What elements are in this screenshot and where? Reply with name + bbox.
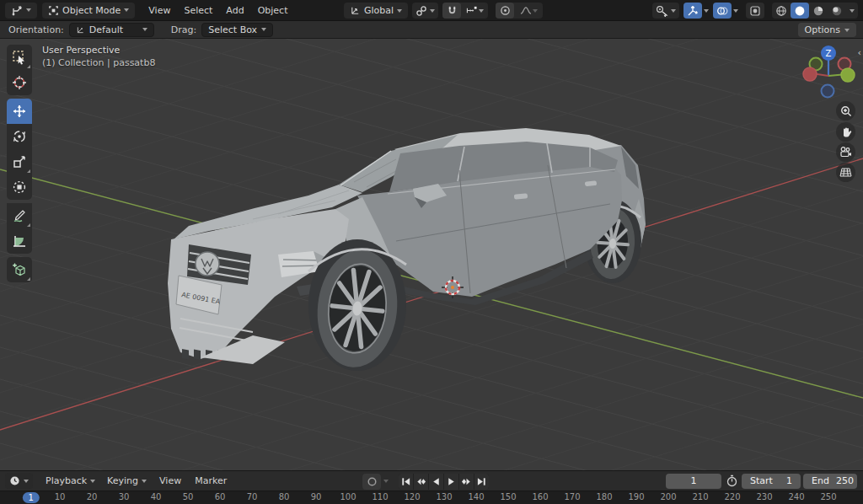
chevron-down-icon[interactable] (733, 9, 738, 13)
gizmo-z-label: Z (826, 49, 832, 58)
current-frame-indicator[interactable]: 1 (23, 492, 40, 503)
tool-orientation-dropdown[interactable]: Default (69, 23, 154, 37)
pivot-point-selector[interactable] (412, 3, 438, 19)
tool-transform[interactable] (7, 174, 32, 200)
next-keyframe-button[interactable] (459, 474, 474, 490)
tool-orientation-value: Default (89, 24, 138, 35)
toggle-perspective-button[interactable] (836, 163, 855, 182)
measure-tool-icon (12, 233, 27, 249)
end-frame-field[interactable]: End 250 (803, 474, 857, 489)
gizmo-y-pos-axis[interactable] (841, 68, 855, 82)
ruler-frame-label: 90 (311, 492, 322, 501)
select-box-icon (12, 50, 27, 65)
auto-keying-toggle[interactable] (362, 474, 381, 490)
menu-object[interactable]: Object (251, 3, 295, 19)
shading-rendered-button[interactable] (828, 3, 846, 19)
ruler-frame-label: 180 (596, 492, 612, 501)
ruler-frame-label: 20 (87, 492, 98, 501)
drag-mode-dropdown[interactable]: Select Box (201, 23, 273, 37)
ruler-frame-label: 60 (215, 492, 226, 501)
gizmo-x-neg-axis[interactable] (803, 67, 817, 81)
jump-to-end-button[interactable] (474, 474, 489, 490)
ruler-frame-label: 240 (788, 492, 804, 501)
proportional-falloff-selector[interactable] (514, 3, 543, 19)
car-model[interactable]: AE 0091 EA (168, 128, 646, 372)
prev-keyframe-button[interactable] (414, 474, 428, 490)
move-tool-icon (12, 104, 27, 119)
shading-dropdown[interactable] (846, 3, 858, 19)
ruler-frame-label: 210 (692, 492, 708, 501)
keying-menu[interactable]: Keying (101, 473, 153, 489)
snap-target-selector[interactable] (461, 3, 488, 19)
show-gizmo-toggle[interactable] (683, 3, 702, 19)
pan-button[interactable] (836, 122, 855, 142)
ruler-frame-label: 70 (247, 492, 258, 501)
shading-wireframe-button[interactable] (772, 3, 791, 19)
viewport-3d[interactable]: AE 0091 EA (0, 39, 863, 470)
tool-measure[interactable] (7, 228, 32, 254)
shading-material-button[interactable] (809, 3, 828, 19)
transform-orientation-selector[interactable]: Global (344, 3, 408, 19)
sidebar-toggle-arrow[interactable]: ‹ (858, 47, 861, 58)
timeline-view-menu[interactable]: View (153, 473, 188, 489)
timeline-editor-type-button[interactable] (5, 473, 33, 489)
zoom-button[interactable] (836, 101, 855, 121)
tool-add-cube[interactable] (7, 257, 32, 282)
tool-cursor[interactable] (7, 70, 32, 95)
start-label: Start (750, 475, 773, 486)
ruler-frame-label: 110 (372, 492, 388, 501)
menu-select[interactable]: Select (177, 3, 219, 19)
jump-to-start-button[interactable] (399, 474, 413, 490)
play-reverse-icon (431, 476, 442, 487)
tool-rotate[interactable] (7, 124, 32, 149)
chevron-down-icon (671, 9, 676, 13)
ruler-frame-label: 10 (55, 492, 66, 501)
ruler-frame-label: 40 (151, 492, 162, 501)
chevron-down-icon[interactable] (704, 9, 709, 13)
drag-label: Drag: (171, 24, 196, 35)
gizmo-icon (687, 5, 699, 17)
chevron-down-icon (142, 28, 147, 31)
timeline-ruler[interactable]: 1 10203040506070809010011012013014015016… (0, 491, 863, 504)
object-type-visibility-button[interactable] (652, 3, 679, 19)
options-button[interactable]: Options (798, 23, 856, 37)
proportional-editing-toggle[interactable] (496, 3, 514, 19)
chevron-down-icon[interactable] (383, 480, 389, 483)
menu-view[interactable]: View (142, 3, 177, 19)
orientation-axes-icon (350, 5, 361, 16)
play-button[interactable] (444, 474, 458, 490)
xray-toggle[interactable] (746, 3, 764, 19)
editor-type-button[interactable] (5, 3, 37, 19)
ruler-frame-label: 140 (468, 492, 484, 501)
current-frame-field[interactable]: 1 (666, 474, 721, 489)
tool-select-box[interactable] (7, 45, 32, 70)
show-overlays-toggle[interactable] (713, 3, 732, 19)
play-reverse-button[interactable] (429, 474, 443, 490)
hand-icon (840, 126, 852, 138)
menu-add[interactable]: Add (219, 3, 250, 19)
start-value: 1 (786, 475, 792, 486)
solid-shading-icon (794, 5, 806, 17)
mode-label: Object Mode (62, 5, 121, 16)
tool-annotate[interactable] (7, 203, 32, 228)
mode-selector[interactable]: Object Mode (42, 3, 135, 19)
camera-view-button[interactable] (836, 142, 855, 162)
shading-solid-button[interactable] (791, 3, 809, 19)
playback-menu[interactable]: Playback (40, 473, 101, 489)
orbit-gizmo[interactable]: Z (799, 42, 858, 105)
timeline-marker-menu[interactable]: Marker (188, 473, 233, 489)
overlays-icon (716, 5, 728, 17)
snap-increment-icon (465, 5, 479, 16)
timeline-header: Playback Keying View Marker (0, 470, 863, 491)
viewport-header-bar: Object Mode View Select Add Object Globa… (0, 0, 863, 21)
add-cube-icon (12, 262, 27, 277)
ruler-frame-label: 80 (279, 492, 290, 501)
chevron-down-icon (479, 9, 484, 13)
use-preview-range-button[interactable] (726, 475, 738, 487)
3d-viewport-editor-icon (11, 4, 23, 16)
snap-toggle[interactable] (442, 3, 461, 19)
gizmo-z-neg-axis[interactable] (822, 85, 834, 98)
tool-move[interactable] (7, 99, 32, 124)
start-frame-field[interactable]: Start 1 (742, 474, 801, 489)
tool-scale[interactable] (7, 149, 32, 174)
